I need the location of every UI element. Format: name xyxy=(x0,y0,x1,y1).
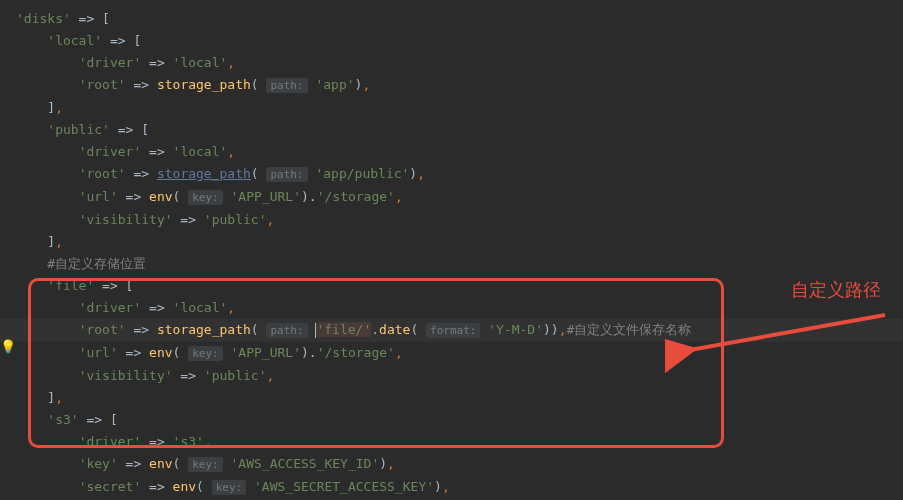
comment: #自定义文件保存名称 xyxy=(567,322,692,337)
config-key: 'visibility' xyxy=(79,368,173,383)
code-line[interactable]: 'disks' => [ xyxy=(0,8,903,30)
code-line[interactable]: 'root' => storage_path( path: 'app'), xyxy=(0,74,903,97)
param-hint: format: xyxy=(426,323,480,338)
function-call: date xyxy=(379,322,410,337)
code-line[interactable]: ], xyxy=(0,231,903,253)
lightbulb-icon[interactable]: 💡 xyxy=(0,339,16,354)
code-line[interactable]: ], xyxy=(0,97,903,119)
config-key: 'url' xyxy=(79,189,118,204)
code-line[interactable]: 'driver' => 's3', xyxy=(0,431,903,453)
function-call: env xyxy=(149,456,172,471)
string-concat: '/storage' xyxy=(317,345,395,360)
config-key: 'driver' xyxy=(79,55,142,70)
config-key: 'driver' xyxy=(79,434,142,449)
code-line[interactable]: 'secret' => env( key: 'AWS_SECRET_ACCESS… xyxy=(0,476,903,499)
code-line[interactable]: #自定义存储位置 xyxy=(0,253,903,275)
code-line[interactable]: 'visibility' => 'public', xyxy=(0,209,903,231)
config-key: 's3' xyxy=(47,412,78,427)
code-line[interactable]: 'driver' => 'local', xyxy=(0,297,903,319)
param-hint: key: xyxy=(212,480,247,495)
config-key: 'file' xyxy=(47,278,94,293)
string-arg: 'AWS_SECRET_ACCESS_KEY' xyxy=(254,479,434,494)
config-key: 'disks' xyxy=(16,11,71,26)
param-hint: key: xyxy=(188,190,223,205)
config-key: 'key' xyxy=(79,456,118,471)
param-hint: key: xyxy=(188,457,223,472)
string-arg: 'Y-M-D' xyxy=(488,322,543,337)
code-line[interactable]: 'public' => [ xyxy=(0,119,903,141)
config-value: 'local' xyxy=(173,300,228,315)
function-call: storage_path xyxy=(157,322,251,337)
function-call: env xyxy=(149,189,172,204)
code-line-active[interactable]: 'root' => storage_path( path: 'file/'.da… xyxy=(0,319,903,342)
config-value: 'local' xyxy=(173,55,228,70)
code-line[interactable]: 'url' => env( key: 'APP_URL').'/storage'… xyxy=(0,342,903,365)
config-key: 'secret' xyxy=(79,479,142,494)
config-value: 'public' xyxy=(204,368,267,383)
annotation-label: 自定义路径 xyxy=(791,278,881,302)
config-key: 'driver' xyxy=(79,300,142,315)
config-key: 'driver' xyxy=(79,144,142,159)
string-arg: 'app/public' xyxy=(315,166,409,181)
config-key: 'url' xyxy=(79,345,118,360)
code-line[interactable]: 'file' => [ xyxy=(0,275,903,297)
config-key: 'root' xyxy=(79,322,126,337)
config-key: 'local' xyxy=(47,33,102,48)
param-hint: key: xyxy=(188,346,223,361)
code-line[interactable]: 'visibility' => 'public', xyxy=(0,365,903,387)
config-value: 'public' xyxy=(204,212,267,227)
string-arg: 'APP_URL' xyxy=(231,345,301,360)
code-line[interactable]: 'local' => [ xyxy=(0,30,903,52)
code-line[interactable]: 'key' => env( key: 'AWS_ACCESS_KEY_ID'), xyxy=(0,453,903,476)
code-line[interactable]: ], xyxy=(0,387,903,409)
function-call: storage_path xyxy=(157,166,251,181)
param-hint: path: xyxy=(266,78,307,93)
code-line[interactable]: 'driver' => 'local', xyxy=(0,52,903,74)
config-value: 'local' xyxy=(173,144,228,159)
config-value: 's3' xyxy=(173,434,204,449)
function-call: env xyxy=(173,479,196,494)
param-hint: path: xyxy=(266,167,307,182)
comment: #自定义存储位置 xyxy=(47,256,146,271)
code-line[interactable]: 'driver' => 'local', xyxy=(0,141,903,163)
string-arg: 'app' xyxy=(315,77,354,92)
code-line[interactable]: 'root' => storage_path( path: 'app/publi… xyxy=(0,163,903,186)
string-arg: 'file/' xyxy=(316,322,371,337)
config-key: 'root' xyxy=(79,77,126,92)
code-line[interactable]: 's3' => [ xyxy=(0,409,903,431)
string-concat: '/storage' xyxy=(317,189,395,204)
param-hint: path: xyxy=(266,323,307,338)
config-key: 'public' xyxy=(47,122,110,137)
config-key: 'root' xyxy=(79,166,126,181)
function-call: storage_path xyxy=(157,77,251,92)
string-arg: 'AWS_ACCESS_KEY_ID' xyxy=(231,456,380,471)
config-key: 'visibility' xyxy=(79,212,173,227)
code-editor[interactable]: 'disks' => [ 'local' => [ 'driver' => 'l… xyxy=(0,0,903,500)
code-line[interactable]: 'url' => env( key: 'APP_URL').'/storage'… xyxy=(0,186,903,209)
function-call: env xyxy=(149,345,172,360)
string-arg: 'APP_URL' xyxy=(231,189,301,204)
